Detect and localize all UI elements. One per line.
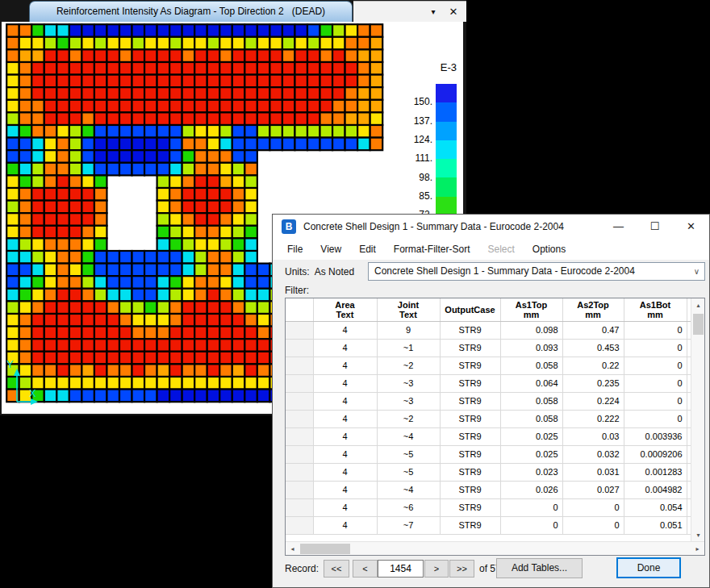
table-cell[interactable]: 0: [500, 516, 562, 534]
table-cell[interactable]: 4: [313, 445, 377, 463]
scroll-up-icon[interactable]: ▴: [691, 298, 705, 312]
table-cell[interactable]: 0.47: [562, 321, 624, 339]
menu-item-options[interactable]: Options: [524, 239, 574, 260]
record-next-button[interactable]: >: [424, 560, 449, 578]
table-cell[interactable]: 4: [313, 427, 377, 445]
table-cell[interactable]: ~3: [377, 374, 440, 392]
table-cell[interactable]: 0.051: [624, 516, 687, 534]
row-selector[interactable]: [286, 392, 313, 410]
table-cell[interactable]: 0: [624, 410, 687, 427]
table-header-cell[interactable]: As1Topmm: [500, 298, 562, 321]
table-cell[interactable]: 0: [624, 339, 687, 357]
horizontal-scrollbar[interactable]: ◂ ▸: [286, 541, 704, 555]
add-tables-button[interactable]: Add Tables...: [496, 558, 583, 578]
table-cell[interactable]: STR9: [440, 463, 500, 481]
table-cell[interactable]: ~1: [377, 339, 440, 357]
table-cell[interactable]: 0: [500, 498, 562, 516]
record-number-input[interactable]: [378, 560, 424, 578]
menu-item-edit[interactable]: Edit: [350, 239, 385, 260]
table-cell[interactable]: 0.058: [500, 357, 562, 374]
table-cell[interactable]: ~7: [377, 516, 440, 534]
dialog-titlebar[interactable]: B Concrete Shell Design 1 - Summary Data…: [273, 215, 709, 239]
table-cell[interactable]: 0.22: [562, 357, 624, 374]
table-cell[interactable]: 4: [313, 498, 377, 516]
row-selector[interactable]: [286, 410, 313, 427]
row-selector[interactable]: [286, 498, 313, 516]
plot-window-tab[interactable]: Reinforcement Intensity As Diagram - Top…: [29, 1, 353, 22]
table-cell[interactable]: STR9: [440, 427, 500, 445]
table-header-cell[interactable]: OutputCase: [440, 298, 500, 321]
done-button[interactable]: Done: [616, 557, 681, 578]
table-cell[interactable]: 0.027: [562, 481, 624, 498]
table-cell[interactable]: 0.003936: [624, 427, 687, 445]
table-cell[interactable]: 0: [624, 321, 687, 339]
table-cell[interactable]: 0: [624, 357, 687, 374]
table-cell[interactable]: 4: [313, 374, 377, 392]
table-cell[interactable]: STR9: [440, 339, 500, 357]
table-cell[interactable]: 4: [313, 410, 377, 427]
table-cell[interactable]: 0.235: [562, 374, 624, 392]
table-cell[interactable]: 0.222: [562, 410, 624, 427]
table-cell[interactable]: STR9: [440, 481, 500, 498]
menu-item-file[interactable]: File: [278, 239, 311, 260]
table-cell[interactable]: 0.453: [562, 339, 624, 357]
table-cell[interactable]: 0.054: [624, 498, 687, 516]
table-cell[interactable]: STR9: [440, 410, 500, 427]
table-cell[interactable]: 0.023: [500, 463, 562, 481]
menu-item-format-filter-sort[interactable]: Format-Filter-Sort: [385, 239, 479, 260]
scroll-right-icon[interactable]: ▸: [691, 542, 704, 556]
table-cell[interactable]: 0.058: [500, 392, 562, 410]
table-cell[interactable]: 0.032: [562, 445, 624, 463]
table-cell[interactable]: 0.0009206: [624, 445, 687, 463]
table-cell[interactable]: STR9: [440, 392, 500, 410]
table-cell[interactable]: ~4: [377, 427, 440, 445]
table-cell[interactable]: 4: [313, 516, 377, 534]
table-cell[interactable]: 0.098: [500, 321, 562, 339]
table-cell[interactable]: STR9: [440, 374, 500, 392]
table-cell[interactable]: 0: [562, 498, 624, 516]
row-selector[interactable]: [286, 321, 313, 339]
record-last-button[interactable]: >>: [449, 560, 474, 578]
table-cell[interactable]: 0.058: [500, 410, 562, 427]
vertical-scroll-thumb[interactable]: [693, 314, 704, 335]
table-cell[interactable]: 0.001283: [624, 463, 687, 481]
record-prev-button[interactable]: <: [353, 560, 378, 578]
table-select-combo[interactable]: Concrete Shell Design 1 - Summary Data -…: [368, 262, 705, 281]
table-cell[interactable]: 0.026: [500, 481, 562, 498]
horizontal-scroll-thumb[interactable]: [300, 544, 350, 554]
row-selector[interactable]: [286, 463, 313, 481]
table-cell[interactable]: 0.093: [500, 339, 562, 357]
table-cell[interactable]: 0.025: [500, 445, 562, 463]
table-cell[interactable]: ~2: [377, 357, 440, 374]
row-selector[interactable]: [286, 427, 313, 445]
table-cell[interactable]: ~5: [377, 445, 440, 463]
table-cell[interactable]: 4: [313, 339, 377, 357]
table-cell[interactable]: STR9: [440, 498, 500, 516]
table-cell[interactable]: 4: [313, 357, 377, 374]
table-cell[interactable]: 4: [313, 481, 377, 498]
table-header-cell[interactable]: JointText: [377, 298, 440, 321]
table-cell[interactable]: ~3: [377, 392, 440, 410]
menu-item-view[interactable]: View: [311, 239, 350, 260]
row-selector[interactable]: [286, 445, 313, 463]
tab-dropdown-icon[interactable]: ▾: [425, 2, 441, 23]
table-cell[interactable]: 0.025: [500, 427, 562, 445]
table-cell[interactable]: 0.03: [562, 427, 624, 445]
maximize-button[interactable]: ☐: [637, 215, 673, 239]
table-cell[interactable]: 0.224: [562, 392, 624, 410]
table-cell[interactable]: 0: [624, 392, 687, 410]
table-cell[interactable]: 0.004982: [624, 481, 687, 498]
table-cell[interactable]: ~4: [377, 481, 440, 498]
table-cell[interactable]: STR9: [440, 321, 500, 339]
table-cell[interactable]: 4: [313, 392, 377, 410]
row-selector[interactable]: [286, 516, 313, 534]
table-cell[interactable]: STR9: [440, 516, 500, 534]
table-cell[interactable]: 0: [562, 516, 624, 534]
tab-close-icon[interactable]: ✕: [445, 2, 461, 23]
record-first-button[interactable]: <<: [324, 560, 349, 578]
table-header-cell[interactable]: As2Topmm: [562, 298, 624, 321]
row-selector[interactable]: [286, 374, 313, 392]
row-selector[interactable]: [286, 481, 313, 498]
vertical-scrollbar[interactable]: ▴ ▾: [691, 298, 704, 542]
row-selector[interactable]: [286, 357, 313, 374]
